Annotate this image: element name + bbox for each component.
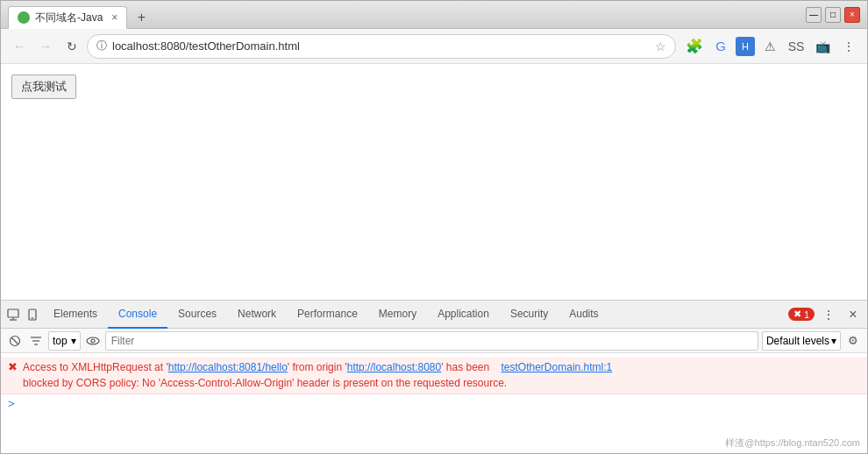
- warning-icon[interactable]: ⚠: [758, 35, 781, 58]
- minimize-button[interactable]: —: [806, 7, 822, 23]
- main-content: 点我测试: [1, 64, 867, 300]
- error-icon: ✖: [793, 309, 801, 320]
- close-button[interactable]: ×: [844, 7, 860, 23]
- reload-button[interactable]: ↻: [60, 35, 83, 58]
- google-icon[interactable]: G: [709, 35, 732, 58]
- forward-button[interactable]: →: [34, 35, 57, 58]
- cast-icon[interactable]: 📺: [811, 35, 834, 58]
- browser-window: 不同域名-Java × + — □ × ← → ↻ ⓘ localhost:80…: [0, 0, 868, 454]
- tab-bar: 不同域名-Java × +: [8, 1, 806, 28]
- error-count-badge: ✖ 1: [788, 308, 815, 321]
- error-url2-link[interactable]: http://localhost:8080: [347, 361, 441, 373]
- tab-sources[interactable]: Sources: [167, 301, 227, 329]
- account-icon[interactable]: H: [736, 37, 755, 56]
- secure-icon: ⓘ: [96, 39, 107, 53]
- error-url1-link[interactable]: http://localhost:8081/hello: [168, 361, 288, 373]
- svg-rect-0: [8, 309, 18, 317]
- error-file-link[interactable]: testOtherDomain.html:1: [502, 361, 613, 373]
- navigation-bar: ← → ↻ ⓘ localhost:8080/testOtherDomain.h…: [1, 29, 867, 64]
- tab-elements[interactable]: Elements: [43, 301, 108, 329]
- browser-icons: 🧩 G H ⚠ SS 📺 ⋮: [683, 35, 860, 58]
- tab-security[interactable]: Security: [500, 301, 559, 329]
- console-error-row: ✖ Access to XMLHttpRequest at 'http://lo…: [1, 357, 867, 394]
- svg-point-10: [87, 337, 99, 344]
- back-button[interactable]: ←: [8, 35, 31, 58]
- maximize-button[interactable]: □: [825, 7, 841, 23]
- window-controls: — □ ×: [806, 7, 860, 23]
- tab-network[interactable]: Network: [227, 301, 287, 329]
- svg-point-11: [91, 339, 95, 343]
- default-levels-arrow: ▾: [831, 335, 836, 347]
- context-value: top: [53, 335, 68, 347]
- console-toolbar: top ▾ Default levels ▾ ⚙: [1, 329, 867, 353]
- extensions-icon[interactable]: 🧩: [683, 35, 706, 58]
- bookmark-icon[interactable]: ☆: [655, 39, 666, 53]
- console-settings-button[interactable]: ⚙: [844, 332, 862, 350]
- clear-console-button[interactable]: [6, 332, 24, 350]
- address-bar[interactable]: ⓘ localhost:8080/testOtherDomain.html ☆: [87, 34, 676, 59]
- tab-console[interactable]: Console: [108, 301, 167, 329]
- devtools-device-icon[interactable]: [24, 306, 41, 323]
- more-button[interactable]: ⋮: [837, 35, 860, 58]
- log-levels-selector[interactable]: Default levels ▾: [762, 331, 841, 351]
- screencast-icon[interactable]: SS: [785, 35, 808, 58]
- console-output: ✖ Access to XMLHttpRequest at 'http://lo…: [1, 353, 867, 453]
- title-bar: 不同域名-Java × + — □ ×: [1, 1, 867, 29]
- error-message-text: Access to XMLHttpRequest at 'http://loca…: [23, 359, 860, 391]
- tab-application[interactable]: Application: [427, 301, 500, 329]
- tab-favicon: [18, 11, 30, 24]
- tab-performance[interactable]: Performance: [287, 301, 368, 329]
- context-dropdown-arrow: ▾: [71, 335, 76, 347]
- active-tab[interactable]: 不同域名-Java ×: [8, 6, 127, 29]
- test-button[interactable]: 点我测试: [11, 74, 76, 99]
- error-icon: ✖: [8, 360, 18, 373]
- tab-audits[interactable]: Audits: [559, 301, 608, 329]
- error-count: 1: [804, 309, 809, 320]
- devtools-inspect-icon[interactable]: [4, 306, 22, 323]
- prompt-arrow: >: [8, 397, 15, 410]
- default-levels-label: Default levels: [766, 335, 829, 347]
- console-prompt-row: >: [1, 394, 867, 413]
- devtools-panel: Elements Console Sources Network Perform…: [1, 300, 867, 453]
- eye-button[interactable]: [84, 332, 102, 350]
- new-tab-button[interactable]: +: [131, 7, 152, 28]
- tab-memory[interactable]: Memory: [368, 301, 427, 329]
- url-text: localhost:8080/testOtherDomain.html: [112, 39, 650, 53]
- devtools-menu-button[interactable]: ⋮: [818, 304, 839, 325]
- svg-line-6: [12, 337, 18, 344]
- filter-input[interactable]: [105, 331, 758, 351]
- tab-close-button[interactable]: ×: [111, 11, 117, 24]
- filter-toggle-button[interactable]: [27, 332, 45, 350]
- devtools-tab-bar: Elements Console Sources Network Perform…: [1, 301, 867, 329]
- devtools-right-controls: ✖ 1 ⋮ ×: [788, 304, 864, 325]
- devtools-close-button[interactable]: ×: [843, 304, 864, 325]
- context-selector[interactable]: top ▾: [48, 331, 81, 351]
- tab-title: 不同域名-Java: [35, 11, 103, 25]
